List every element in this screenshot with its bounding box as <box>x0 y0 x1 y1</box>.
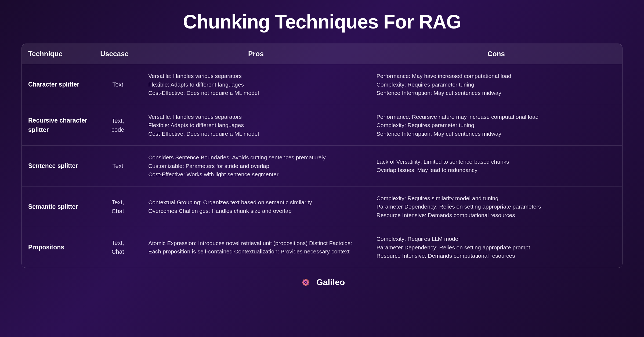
footer: Galileo <box>299 276 345 289</box>
table-row: Character splitterTextVersatile: Handles… <box>22 64 622 105</box>
cell-pros-1: Versatile: Handles various separatorsFle… <box>142 105 370 146</box>
cell-cons-0: Performance: May have increased computat… <box>370 64 622 105</box>
cell-pros-2: Considers Sentence Boundaries: Avoids cu… <box>142 146 370 187</box>
cell-cons-4: Complexity: Requires LLM modelParameter … <box>370 227 622 268</box>
cell-pros-3: Contextual Grouping: Organizes text base… <box>142 186 370 227</box>
table-row: Recursive character splitterText,codeVer… <box>22 105 622 146</box>
cell-technique-2: Sentence splitter <box>22 146 94 187</box>
cell-pros-4: Atomic Expression: Introduces novel retr… <box>142 227 370 268</box>
main-table-wrapper: Technique Usecase Pros Cons Character sp… <box>21 44 623 268</box>
cell-technique-0: Character splitter <box>22 64 94 105</box>
cell-pros-0: Versatile: Handles various separatorsFle… <box>142 64 370 105</box>
col-header-pros: Pros <box>142 44 370 64</box>
cell-usecase-4: Text,Chat <box>94 227 142 268</box>
col-header-usecase: Usecase <box>94 44 142 64</box>
table-row: Semantic splitterText,ChatContextual Gro… <box>22 186 622 227</box>
table-row: PropositonsText,ChatAtomic Expression: I… <box>22 227 622 268</box>
col-header-cons: Cons <box>370 44 622 64</box>
table-row: Sentence splitterTextConsiders Sentence … <box>22 146 622 187</box>
svg-point-5 <box>305 282 306 283</box>
table-header-row: Technique Usecase Pros Cons <box>22 44 622 64</box>
cell-cons-1: Performance: Recursive nature may increa… <box>370 105 622 146</box>
chunking-table: Technique Usecase Pros Cons Character sp… <box>22 44 622 268</box>
cell-technique-3: Semantic splitter <box>22 186 94 227</box>
table-body: Character splitterTextVersatile: Handles… <box>22 64 622 268</box>
cell-usecase-3: Text,Chat <box>94 186 142 227</box>
brand-name: Galileo <box>316 277 345 287</box>
cell-usecase-2: Text <box>94 146 142 187</box>
page-title: Chunking Techniques For RAG <box>183 11 461 33</box>
cell-technique-4: Propositons <box>22 227 94 268</box>
col-header-technique: Technique <box>22 44 94 64</box>
cell-usecase-1: Text,code <box>94 105 142 146</box>
cell-cons-3: Complexity: Requires similarity model an… <box>370 186 622 227</box>
cell-cons-2: Lack of Versatility: Limited to sentence… <box>370 146 622 187</box>
cell-usecase-0: Text <box>94 64 142 105</box>
galileo-logo-icon <box>299 276 312 289</box>
cell-technique-1: Recursive character splitter <box>22 105 94 146</box>
